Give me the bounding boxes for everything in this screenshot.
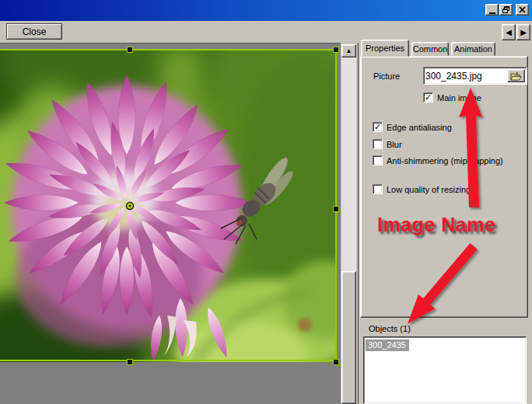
vertical-scrollbar[interactable]: ▲ [341,44,356,404]
checkbox-main-image[interactable]: ✓ [423,92,433,103]
properties-tab-page: Picture ✓ Main image ✓ Edge antialiasing… [360,56,528,318]
scrollbar-thumb[interactable] [341,271,356,404]
check-mark: ✓ [425,93,432,102]
open-folder-icon[interactable] [507,69,525,82]
anti-shimmering-label: Anti-shimmering (mipmapping) [387,156,503,165]
objects-label: Objects (1) [369,324,411,333]
clover-flower-photo [0,44,341,404]
edge-antialiasing-label: Edge antialiasing [387,123,452,132]
objects-listbox[interactable]: 300_2435 [363,336,527,404]
picture-label: Picture [373,71,400,81]
properties-panel: Properties Common Animation Picture ✓ Ma… [358,43,532,404]
picture-input[interactable] [425,69,506,82]
prev-arrow-icon[interactable]: ◀ [502,24,516,40]
restore-icon[interactable] [499,4,513,16]
app-window: { "window": { "controls": { "minimize_ic… [0,0,532,404]
checkbox-edge-antialiasing[interactable]: ✓ [373,122,383,132]
image-canvas[interactable] [0,43,341,404]
title-bar[interactable] [0,0,532,21]
tab-properties[interactable]: Properties [361,40,409,57]
toolbar: Close ◀ ▶ [0,21,532,43]
tab-animation[interactable]: Animation [451,42,495,56]
checkbox-anti-shimmering[interactable]: ✓ [373,155,383,165]
checkbox-low-quality[interactable]: ✓ [373,184,383,194]
picture-field [423,67,527,85]
close-icon[interactable] [516,4,529,16]
list-item-selected[interactable]: 300_2435 [366,340,409,351]
low-quality-label: Low quality of resizing [387,185,471,194]
next-arrow-icon[interactable]: ▶ [516,24,530,40]
checkbox-blur[interactable]: ✓ [373,139,383,149]
close-button[interactable]: Close [6,23,62,40]
blur-label: Blur [387,140,402,149]
main-image-label: Main image [437,93,481,103]
minimize-icon[interactable] [485,4,499,16]
check-mark: ✓ [374,123,381,131]
image-name-annotation: Image Name [377,214,514,236]
tab-common[interactable]: Common [411,42,449,56]
scroll-up-icon[interactable]: ▲ [341,44,356,57]
